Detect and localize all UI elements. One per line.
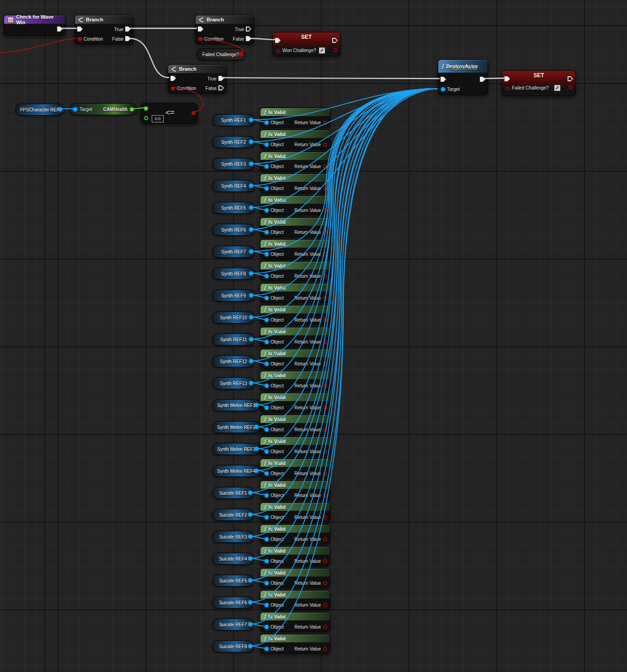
getter-node-suicide-ref1[interactable]: Suicide REF1 (212, 487, 254, 499)
getter-node-synth-ref11[interactable]: Synth REF11 (212, 333, 255, 345)
object-out-pin[interactable] (248, 513, 252, 517)
object-pin[interactable] (265, 186, 269, 190)
is-valid-node[interactable]: ƒ Is Valid Object Return Value (260, 634, 330, 654)
exec-out-pin[interactable] (480, 77, 485, 82)
is-valid-node[interactable]: ƒ Is Valid Object Return Value (260, 261, 330, 281)
object-out-pin[interactable] (249, 162, 253, 166)
object-out-pin[interactable] (255, 425, 259, 429)
exec-false-pin[interactable] (218, 85, 224, 90)
won-challenge-checkbox[interactable] (319, 47, 325, 54)
object-out-pin[interactable] (249, 140, 253, 144)
return-value-pin[interactable] (323, 121, 327, 125)
is-valid-node[interactable]: ƒ Is Valid Object Return Value (260, 217, 330, 237)
branch-node-mid[interactable]: Branch True Condition False (195, 15, 254, 44)
object-pin[interactable] (265, 164, 269, 169)
object-pin[interactable] (265, 252, 269, 256)
object-pin[interactable] (265, 340, 269, 344)
object-pin[interactable] (265, 493, 269, 497)
return-value-pin[interactable] (323, 143, 327, 147)
getter-node-synth-ref8[interactable]: Synth REF8 (212, 268, 255, 280)
return-value-pin[interactable] (323, 428, 327, 432)
object-out-pin[interactable] (249, 118, 253, 122)
getter-node-synth-ref2[interactable]: Synth REF2 (212, 136, 255, 148)
is-valid-node[interactable]: ƒ Is Valid Object Return Value (260, 130, 330, 149)
exec-in-pin[interactable] (170, 76, 176, 81)
exec-in-pin[interactable] (198, 26, 203, 32)
getter-node-suicide-ref3[interactable]: Suicide REF3 (212, 531, 254, 543)
return-value-pin[interactable] (323, 515, 327, 519)
object-pin[interactable] (265, 406, 269, 410)
getter-node-synth-ref9[interactable]: Synth REF9 (212, 290, 255, 302)
object-pin[interactable] (265, 581, 269, 585)
object-pin[interactable] (265, 274, 269, 278)
condition-pin[interactable] (78, 37, 82, 41)
object-out-pin[interactable] (255, 403, 259, 407)
exec-true-pin[interactable] (218, 76, 224, 81)
object-out-pin[interactable] (58, 107, 62, 111)
getter-node-synth-ref13[interactable]: Synth REF13 (212, 377, 255, 389)
getter-node-suicide-ref5[interactable]: Suicide REF5 (212, 575, 254, 587)
object-out-pin[interactable] (249, 206, 253, 210)
is-valid-node[interactable]: ƒ Is Valid Object Return Value (260, 612, 330, 632)
getter-node-synth-ref4[interactable]: Synth REF4 (212, 180, 255, 192)
return-value-pin[interactable] (323, 471, 327, 476)
object-pin[interactable] (265, 121, 269, 125)
event-node-check-for-wave-win[interactable]: Check for Wave Win (4, 15, 65, 36)
object-out-pin[interactable] (249, 381, 253, 385)
is-valid-node[interactable]: ƒ Is Valid Object Return Value (260, 459, 330, 478)
exec-in-pin[interactable] (77, 26, 83, 32)
object-out-pin[interactable] (249, 293, 253, 297)
return-value-pin[interactable] (323, 296, 327, 300)
is-valid-node[interactable]: ƒ Is Valid Object Return Value (260, 108, 330, 127)
object-out-pin[interactable] (248, 534, 252, 539)
getter-node-failed-challenge[interactable]: Failed Challenge? (197, 48, 245, 60)
bool-out-pin[interactable] (333, 48, 337, 52)
return-value-pin[interactable] (323, 208, 327, 212)
object-pin[interactable] (265, 296, 269, 300)
object-out-pin[interactable] (248, 600, 252, 604)
getter-node-suicide-ref8[interactable]: Suicide REF8 (212, 640, 254, 652)
float-constant-input[interactable]: 0.0 (152, 115, 164, 122)
is-valid-node[interactable]: ƒ Is Valid Object Return Value (260, 546, 330, 566)
is-valid-node[interactable]: ƒ Is Valid Object Return Value (260, 393, 330, 413)
is-valid-node[interactable]: ƒ Is Valid Object Return Value (260, 239, 330, 259)
branch-node-top[interactable]: Branch True Condition False (74, 15, 133, 44)
bool-out-pin[interactable] (191, 111, 196, 115)
object-pin[interactable] (265, 143, 269, 147)
return-value-pin[interactable] (323, 164, 327, 169)
object-pin[interactable] (265, 559, 269, 563)
bool-out-pin[interactable] (239, 52, 243, 56)
getter-node-synth-ref10[interactable]: Synth REF10 (212, 312, 255, 323)
set-node-won-challenge[interactable]: SET Won Challenge? (272, 32, 340, 56)
object-pin[interactable] (265, 625, 269, 629)
bool-out-pin[interactable] (569, 85, 573, 90)
object-out-pin[interactable] (249, 228, 253, 232)
object-out-pin[interactable] (248, 622, 252, 626)
return-value-pin[interactable] (323, 581, 327, 585)
float-in-b-pin[interactable] (144, 116, 148, 120)
return-value-pin[interactable] (323, 450, 327, 454)
return-value-pin[interactable] (323, 384, 327, 388)
is-valid-node[interactable]: ƒ Is Valid Object Return Value (260, 305, 330, 325)
return-value-pin[interactable] (323, 493, 327, 497)
return-value-pin[interactable] (323, 230, 327, 234)
exec-true-pin[interactable] (246, 26, 251, 32)
is-valid-node[interactable]: ƒ Is Valid Object Return Value (260, 371, 330, 391)
blueprint-graph-canvas[interactable]: Check for Wave Win Branch True Condition… (0, 0, 627, 672)
return-value-pin[interactable] (323, 559, 327, 563)
is-valid-node[interactable]: ƒ Is Valid Object Return Value (260, 590, 330, 610)
is-valid-node[interactable]: ƒ Is Valid Object Return Value (260, 283, 330, 303)
getter-node-synth-melee-ref3[interactable]: Synth Melee REF3 (212, 443, 260, 455)
exec-false-pin[interactable] (125, 36, 131, 41)
object-pin[interactable] (265, 603, 269, 607)
failed-challenge-checkbox[interactable] (554, 85, 561, 91)
is-valid-node[interactable]: ƒ Is Valid Object Return Value (260, 524, 330, 544)
getter-node-synth-ref12[interactable]: Synth REF12 (212, 355, 255, 367)
compare-lte-node[interactable]: 0.0 <= (140, 103, 198, 124)
object-pin[interactable] (265, 537, 269, 541)
branch-node-lower[interactable]: Branch True Condition False (168, 64, 227, 94)
exec-in-pin[interactable] (441, 77, 446, 82)
return-value-pin[interactable] (323, 318, 327, 322)
exec-true-pin[interactable] (125, 26, 131, 32)
getter-node-synth-melee-ref2[interactable]: Synth Melee REF2 (212, 421, 260, 433)
